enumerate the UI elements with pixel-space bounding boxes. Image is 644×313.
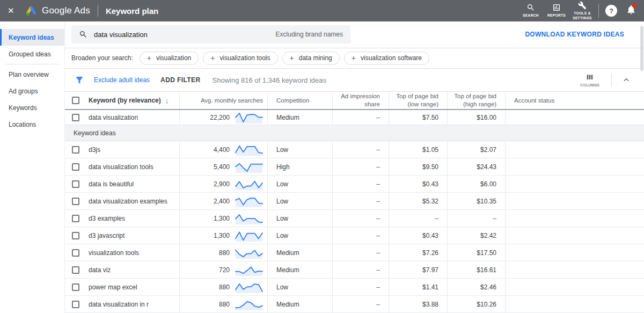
account-status-cell — [505, 193, 644, 209]
avg-monthly-searches-cell: 880 — [179, 279, 267, 295]
row-checkbox[interactable] — [72, 198, 79, 205]
search-icon — [526, 3, 535, 12]
top-bid-high-cell: $2.46 — [447, 279, 505, 295]
search-nav-button[interactable]: SEARCH — [518, 3, 544, 18]
top-bid-high-cell: $16.61 — [447, 261, 505, 278]
ad-impression-share-cell: – — [332, 279, 389, 295]
header-ad-impression-share[interactable]: Ad impression share — [332, 92, 389, 109]
broaden-chips: +visualization +visualization tools +dat… — [140, 52, 429, 65]
collapse-chevron-up-icon[interactable] — [623, 76, 630, 84]
columns-button[interactable]: COLUMNS — [580, 73, 599, 88]
keyword-row: data visualization tools5,400High–$9.50$… — [65, 158, 644, 176]
chip-visualization-tools[interactable]: +visualization tools — [203, 52, 277, 65]
avg-monthly-searches-cell: 22,200 — [179, 110, 267, 125]
top-bid-low-cell: $7.97 — [389, 261, 447, 278]
broaden-search-section: Broaden your search: +visualization +vis… — [65, 48, 644, 69]
vertical-scrollbar-thumb[interactable] — [640, 26, 643, 71]
chip-label: data mining — [299, 54, 332, 62]
help-icon[interactable]: ? — [605, 5, 617, 17]
keyword-cell: data visualization — [86, 110, 179, 125]
sidebar-item-keyword-ideas[interactable]: Keyword ideas — [0, 29, 64, 46]
reports-nav-button[interactable]: REPORTS — [544, 3, 569, 18]
account-status-cell — [505, 296, 644, 312]
notifications-bell-icon[interactable] — [626, 4, 636, 17]
header-label: Ad impression share — [333, 92, 380, 108]
top-bid-low-cell: $7.26 — [389, 244, 447, 261]
header-competition[interactable]: Competition — [267, 92, 332, 109]
search-filter-note: Excluding brand names — [276, 31, 343, 38]
checkbox-cell — [65, 176, 86, 192]
search-trend-sparkline — [235, 195, 263, 208]
keyword-row: d3 examples1,300Low––– — [65, 210, 644, 227]
checkbox-cell — [65, 110, 86, 125]
top-bid-low-cell: $5.32 — [389, 193, 447, 209]
chip-visualization[interactable]: +visualization — [140, 52, 199, 65]
keyword-row: data viz720Medium–$7.97$16.61 — [65, 261, 644, 279]
search-trend-sparkline — [235, 264, 263, 276]
plus-icon: + — [210, 54, 215, 62]
avg-monthly-searches-cell: 2,400 — [179, 193, 267, 209]
download-keyword-ideas-link[interactable]: DOWNLOAD KEYWORD IDEAS — [525, 31, 624, 38]
chip-visualization-software[interactable]: +visualization software — [344, 52, 429, 65]
row-checkbox[interactable] — [72, 180, 79, 188]
keyword-search-input[interactable]: data visualization Excluding brand names — [71, 25, 350, 43]
top-bid-high-cell: $2.42 — [447, 227, 505, 244]
checkbox-cell — [65, 296, 86, 312]
keyword-row: data visualization22,200Medium–$7.50$16.… — [65, 110, 644, 125]
competition-cell: High — [267, 158, 332, 175]
keyword-ideas-section-label: Keyword ideas — [65, 125, 644, 141]
header-keyword-label: Keyword (by relevance) — [89, 97, 161, 104]
checkbox-cell — [65, 279, 86, 295]
chip-label: visualization software — [361, 54, 422, 62]
row-checkbox[interactable] — [72, 301, 79, 308]
row-checkbox[interactable] — [72, 163, 79, 171]
header-top-bid-low[interactable]: Top of page bid (low range) — [389, 92, 447, 109]
tools-settings-nav-button[interactable]: TOOLS & SETTINGS — [569, 1, 595, 20]
keyword-cell: data visualization examples — [86, 193, 179, 209]
top-bid-high-cell: – — [447, 210, 505, 227]
header-label: Top of page bid (low range) — [389, 92, 438, 108]
header-top-bid-high[interactable]: Top of page bid (high range) — [447, 92, 505, 109]
plus-icon: + — [147, 54, 151, 62]
search-trend-sparkline — [235, 246, 263, 259]
avg-monthly-searches-cell: 880 — [179, 296, 267, 312]
chip-data-mining[interactable]: +data mining — [282, 52, 340, 65]
search-trend-sparkline — [235, 161, 263, 173]
top-bid-low-cell: $1.05 — [389, 141, 447, 158]
sidebar-item-grouped-ideas[interactable]: Grouped ideas — [0, 46, 64, 62]
keyword-cell: d3 javascript — [86, 227, 179, 244]
sidebar: Keyword ideas Grouped ideas Plan overvie… — [0, 21, 64, 313]
competition-cell: Low — [267, 227, 332, 244]
add-filter-button[interactable]: ADD FILTER — [160, 76, 200, 84]
header-avg-monthly-searches[interactable]: Avg. monthly searches — [179, 92, 267, 109]
plus-icon: + — [352, 54, 356, 62]
keyword-search-section: data visualization Excluding brand names… — [65, 21, 644, 48]
avg-monthly-searches-cell: 720 — [179, 261, 267, 278]
exclude-adult-ideas-filter[interactable]: Exclude adult ideas — [94, 76, 150, 84]
row-checkbox[interactable] — [72, 114, 79, 121]
search-trend-sparkline — [235, 212, 263, 225]
page-layout: Keyword ideas Grouped ideas Plan overvie… — [0, 21, 644, 313]
close-icon[interactable]: ✕ — [8, 6, 18, 16]
row-checkbox[interactable] — [72, 146, 79, 154]
row-checkbox[interactable] — [72, 215, 79, 222]
broaden-search-label: Broaden your search: — [71, 54, 133, 62]
row-checkbox[interactable] — [72, 232, 79, 239]
header-keyword[interactable]: Keyword (by relevance) ↓ — [86, 92, 179, 109]
plus-icon: + — [290, 54, 294, 62]
checkbox-cell — [65, 193, 86, 209]
sidebar-item-plan-overview[interactable]: Plan overview — [0, 66, 64, 83]
select-all-checkbox[interactable] — [72, 97, 79, 104]
top-bid-low-cell: $1.41 — [389, 279, 447, 295]
account-status-cell — [505, 227, 644, 244]
sidebar-item-locations[interactable]: Locations — [0, 116, 64, 133]
sidebar-item-ad-groups[interactable]: Ad groups — [0, 83, 64, 99]
row-checkbox[interactable] — [72, 283, 79, 291]
row-checkbox[interactable] — [72, 266, 79, 274]
row-checkbox[interactable] — [72, 249, 79, 257]
top-bid-low-cell: – — [389, 210, 447, 227]
checkbox-cell — [65, 227, 86, 244]
sidebar-item-keywords[interactable]: Keywords — [0, 99, 64, 116]
header-account-status[interactable]: Account status — [505, 92, 644, 109]
search-query-text: data visualization — [94, 31, 148, 39]
